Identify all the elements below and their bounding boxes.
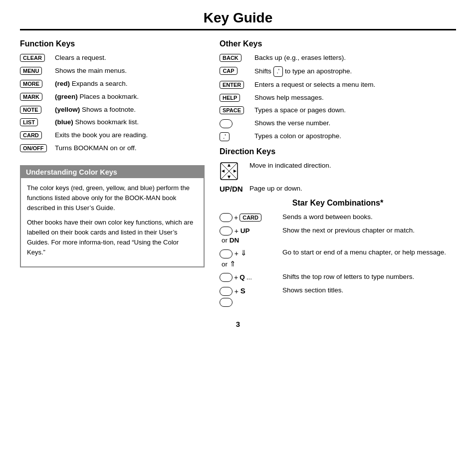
star-row-5: + S Shows section titles. xyxy=(220,286,456,307)
star-blank-key-6 xyxy=(220,298,233,307)
star-blank-key-4 xyxy=(220,273,233,282)
svg-marker-4 xyxy=(228,176,231,179)
main-content: Function Keys CLEAR Clears a request. ME… xyxy=(20,39,456,311)
direction-keys-row: Move in indicated direction. xyxy=(220,161,456,181)
color-keys-header: Understanding Color Keys xyxy=(21,166,204,178)
function-keys-title: Function Keys xyxy=(20,39,205,48)
color-keys-box: Understanding Color Keys The color keys … xyxy=(20,165,205,267)
key-cell-enter: ENTER xyxy=(220,80,249,89)
key-desc-back: Backs up (e.g., erases letters). xyxy=(254,53,456,63)
clear-key: CLEAR xyxy=(20,54,45,62)
key-row-list: LIST (blue) Shows bookmark list. xyxy=(20,118,205,127)
star-blank-key-3 xyxy=(220,249,233,258)
key-cell-list: LIST xyxy=(20,118,50,126)
direction-keys-title: Direction Keys xyxy=(220,147,456,156)
star-row-1: + CARD Sends a word between books. xyxy=(220,213,456,222)
star-desc-2: Show the next or previous chapter or mat… xyxy=(282,226,456,236)
dot-apos-inline-key: .' xyxy=(273,66,283,77)
dotapos-key: .' xyxy=(220,132,230,141)
key-cell-menu: MENU xyxy=(20,66,50,75)
dn-label: DN xyxy=(230,237,239,244)
key-row-space: SPACE Types a space or pages down. xyxy=(220,106,456,115)
direction-keys-section: Direction Keys xyxy=(220,147,456,194)
star-key-cell-4: + Q... xyxy=(220,272,279,282)
color-keys-body: The color keys (red, green, yellow, and … xyxy=(21,178,204,266)
s-label: S xyxy=(240,286,245,295)
page-title: Key Guide xyxy=(20,10,456,26)
star-blank-key-2 xyxy=(220,227,233,236)
star-key-line1-2: + UP xyxy=(220,227,250,236)
enter-key: ENTER xyxy=(220,81,244,89)
star-desc-5: Shows section titles. xyxy=(282,286,456,295)
key-row-cap: CAP Shifts .' to type an apostrophe. xyxy=(220,66,456,77)
q-label: Q xyxy=(239,273,245,281)
up-arrow-icon: ⇑ xyxy=(230,259,236,268)
menu-key: MENU xyxy=(20,67,42,75)
key-row-back: BACK Backs up (e.g., erases letters). xyxy=(220,53,456,63)
left-column: Function Keys CLEAR Clears a request. ME… xyxy=(20,39,205,311)
plus-5: + xyxy=(235,287,240,295)
direction-desc: Move in indicated direction. xyxy=(249,161,456,171)
key-desc-enter: Enters a request or selects a menu item. xyxy=(254,80,456,90)
updn-label-cell: UP/DN xyxy=(220,184,244,193)
key-desc-note: (yellow) Shows a footnote. xyxy=(55,105,205,115)
key-row-blank-oval: Shows the verse number. xyxy=(220,119,456,128)
more-key: MORE xyxy=(20,80,42,88)
updn-row: UP/DN Page up or down. xyxy=(220,184,456,194)
down-arrow-icon: ⇓ xyxy=(240,248,247,257)
plus-4: + xyxy=(234,273,238,281)
direction-icon-cell xyxy=(220,161,244,181)
other-keys-title: Other Keys xyxy=(220,39,456,48)
onoff-key: ON/OFF xyxy=(20,144,47,152)
right-column: Other Keys BACK Backs up (e.g., erases l… xyxy=(220,39,456,311)
plus-3: + xyxy=(235,250,240,258)
key-cell-dotapos: .' xyxy=(220,132,249,141)
key-desc-more: (red) Expands a search. xyxy=(55,79,205,89)
key-cell-onoff: ON/OFF xyxy=(20,144,50,152)
help-key: HELP xyxy=(220,94,240,102)
key-cell-cap: CAP xyxy=(220,66,249,75)
color-keys-p2: Other books have their own color key fun… xyxy=(27,218,198,258)
blank-oval-key xyxy=(220,119,233,128)
back-key: BACK xyxy=(220,54,241,62)
key-desc-card: Exits the book you are reading. xyxy=(55,131,205,140)
list-key: LIST xyxy=(20,118,38,126)
updn-desc: Page up or down. xyxy=(249,184,456,194)
star-desc-1: Sends a word between books. xyxy=(282,213,456,222)
updn-label: UP/DN xyxy=(220,185,243,193)
key-desc-space: Types a space or pages down. xyxy=(254,106,456,115)
key-desc-dotapos: Types a colon or apostrophe. xyxy=(254,132,456,141)
key-row-menu: MENU Shows the main menus. xyxy=(20,66,205,76)
star-key-line2-2: or DN xyxy=(220,237,239,244)
plus-2: + xyxy=(235,227,240,235)
page-container: Key Guide Function Keys CLEAR Clears a r… xyxy=(0,0,476,476)
mark-key: MARK xyxy=(20,93,42,101)
other-keys-list: BACK Backs up (e.g., erases letters). CA… xyxy=(220,53,456,141)
key-desc-mark: (green) Places a bookmark. xyxy=(55,92,205,102)
star-key-cell-3: + ⇓ or ⇑ xyxy=(220,248,279,268)
key-cell-clear: CLEAR xyxy=(20,53,50,62)
key-cell-space: SPACE xyxy=(220,106,249,114)
svg-marker-6 xyxy=(234,170,237,173)
star-key-cell-1: + CARD xyxy=(220,213,279,222)
key-cell-blank-oval xyxy=(220,119,249,128)
function-keys-list: CLEAR Clears a request. MENU Shows the m… xyxy=(20,53,205,153)
key-row-note: NOTE (yellow) Shows a footnote. xyxy=(20,105,205,115)
color-keys-p1: The color keys (red, green, yellow, and … xyxy=(27,183,198,213)
star-row-4: + Q... Shifts the top row of letters to … xyxy=(220,272,456,282)
key-cell-mark: MARK xyxy=(20,92,50,101)
star-blank-below xyxy=(220,298,233,307)
star-row-3: + ⇓ or ⇑ Go to start or end of a menu ch… xyxy=(220,248,456,268)
key-cell-note: NOTE xyxy=(20,105,50,114)
key-row-more: MORE (red) Expands a search. xyxy=(20,79,205,89)
star-blank-key-5 xyxy=(220,287,233,296)
star-desc-4: Shifts the top row of letters to type nu… xyxy=(282,272,456,282)
key-row-enter: ENTER Enters a request or selects a menu… xyxy=(220,80,456,90)
star-key-line1-3: + ⇓ xyxy=(220,248,247,258)
star-keys-section: Star Key Combinations* + CARD Sends a wo… xyxy=(220,199,456,307)
star-key-cell-2: + UP or DN xyxy=(220,226,279,244)
key-row-clear: CLEAR Clears a request. xyxy=(20,53,205,63)
key-row-mark: MARK (green) Places a bookmark. xyxy=(20,92,205,102)
star-key-cell-5: + S xyxy=(220,286,279,307)
direction-arrows-icon xyxy=(220,162,238,181)
